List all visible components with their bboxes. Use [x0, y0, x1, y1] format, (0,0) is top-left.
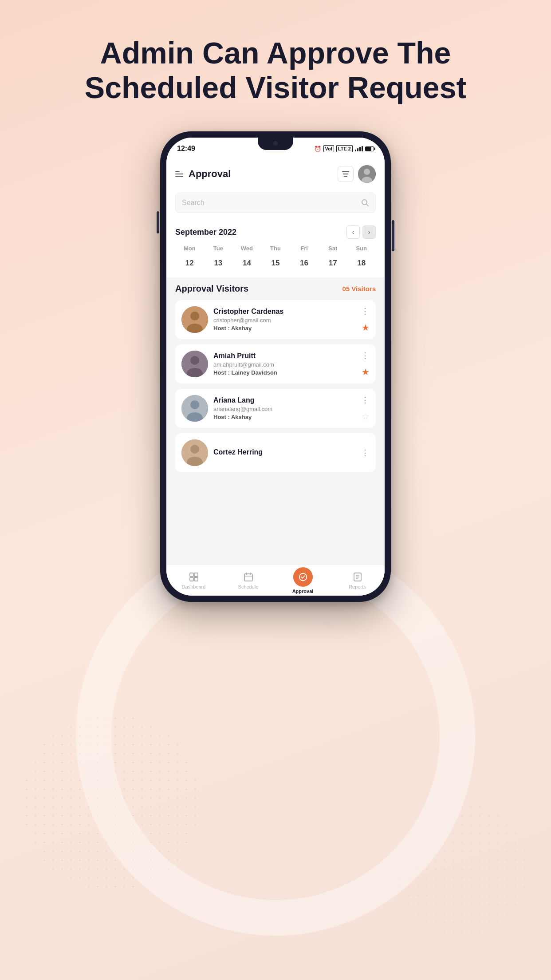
menu-line-2	[175, 174, 183, 174]
more-options-2[interactable]: ⋮	[361, 351, 370, 360]
reports-icon	[352, 572, 363, 582]
filter-button[interactable]	[338, 166, 354, 182]
visitors-section: Approval Visitors 05 Visitors	[166, 277, 385, 565]
signal-bars	[355, 146, 363, 151]
calendar-section: September 2022 ‹ › Mon Tue Wed Thu Fri S…	[166, 219, 385, 277]
power-button	[392, 220, 394, 251]
date-18[interactable]: 18	[347, 255, 376, 271]
date-12[interactable]: 12	[175, 255, 204, 271]
menu-icon[interactable]	[175, 171, 183, 177]
signal-bar-3	[359, 147, 361, 151]
svg-rect-22	[190, 577, 193, 581]
phone-mockup: 12:49 ⏰ Vol LTE 2	[160, 131, 391, 602]
star-2[interactable]: ★	[362, 367, 370, 377]
visitor-avatar-3	[181, 395, 208, 422]
calendar-next-button[interactable]: ›	[362, 225, 376, 239]
nav-item-reports[interactable]: Reports	[330, 572, 385, 589]
visitor-email-1: cristopher@gmail.com	[213, 317, 356, 324]
calendar-header: September 2022 ‹ ›	[175, 225, 376, 239]
visitor-email-3: arianalang@gmail.com	[213, 406, 356, 412]
date-15[interactable]: 15	[261, 255, 290, 271]
battery-fill	[366, 147, 371, 151]
visitor-avatar-2	[181, 351, 208, 377]
nav-item-schedule[interactable]: Schedule	[221, 572, 276, 589]
menu-line-3	[175, 176, 183, 177]
approval-active-wrap	[293, 567, 313, 587]
nav-label-dashboard: Dashboard	[182, 584, 206, 589]
visitor-avatar-4	[181, 439, 208, 466]
star-3[interactable]: ☆	[362, 411, 370, 422]
app-header: Approval	[166, 160, 385, 188]
svg-point-18	[190, 445, 199, 454]
visitor-info-4: Cortez Herring	[213, 448, 356, 458]
nav-label-schedule: Schedule	[238, 584, 259, 589]
svg-point-4	[364, 169, 370, 175]
visitor-actions-3: ⋮ ☆	[361, 395, 370, 422]
visitor-host-1: Host : Akshay	[213, 325, 356, 332]
visitor-card-4: Cortez Herring ⋮	[175, 433, 376, 472]
visitor-actions-4: ⋮	[361, 448, 370, 458]
more-options-4[interactable]: ⋮	[361, 448, 370, 458]
person-svg-2	[181, 351, 208, 377]
date-13[interactable]: 13	[204, 255, 233, 271]
visitor-avatar-1	[181, 306, 208, 333]
signal-bar-1	[355, 150, 356, 151]
star-1[interactable]: ★	[362, 322, 370, 333]
menu-line-1	[175, 171, 180, 172]
svg-rect-23	[194, 577, 198, 581]
phone-body: 12:49 ⏰ Vol LTE 2	[160, 131, 391, 602]
svg-point-15	[190, 400, 199, 409]
visitor-info-2: Amiah Pruitt amiahpruitt@gmail.com Host …	[213, 352, 356, 376]
calendar-prev-button[interactable]: ‹	[346, 225, 360, 239]
search-icon	[361, 199, 369, 207]
approval-icon	[298, 572, 308, 582]
visitor-host-3: Host : Akshay	[213, 414, 356, 420]
calendar-nav: ‹ ›	[346, 225, 376, 239]
weekdays-row: Mon Tue Wed Thu Fri Sat Sun	[175, 245, 376, 252]
date-16[interactable]: 16	[290, 255, 319, 271]
person-svg-1	[181, 306, 208, 333]
page-heading: Admin Can Approve The Scheduled Visitor …	[85, 36, 466, 105]
person-svg-4	[181, 439, 208, 466]
weekday-sun: Sun	[347, 245, 376, 252]
filter-icon	[342, 171, 350, 177]
camera	[273, 141, 278, 146]
svg-point-12	[190, 356, 199, 365]
svg-rect-24	[244, 574, 252, 581]
date-17[interactable]: 17	[319, 255, 347, 271]
search-container: Search	[166, 188, 385, 219]
nav-item-dashboard[interactable]: Dashboard	[166, 572, 221, 589]
lte-icon: LTE 2	[336, 145, 353, 152]
weekday-fri: Fri	[290, 245, 319, 252]
selected-date: 15	[261, 259, 290, 268]
visitors-title: Approval Visitors	[175, 284, 248, 294]
notch	[258, 138, 293, 150]
svg-point-9	[190, 312, 199, 320]
signal-bar-2	[357, 148, 358, 151]
user-avatar[interactable]	[358, 165, 376, 183]
visitor-email-2: amiahpruitt@gmail.com	[213, 361, 356, 368]
calendar-month: September 2022	[175, 228, 236, 237]
status-icons: ⏰ Vol LTE 2	[314, 145, 374, 152]
visitor-photo-1	[181, 306, 208, 333]
status-bar: 12:49 ⏰ Vol LTE 2	[166, 138, 385, 160]
svg-point-28	[299, 573, 307, 581]
weekday-sat: Sat	[319, 245, 347, 252]
date-14[interactable]: 14	[232, 255, 261, 271]
visitor-name-4: Cortez Herring	[213, 448, 356, 456]
search-box[interactable]: Search	[175, 193, 376, 213]
visitor-card-2: Amiah Pruitt amiahpruitt@gmail.com Host …	[175, 344, 376, 383]
visitor-host-2: Host : Lainey Davidson	[213, 369, 356, 376]
weekday-tue: Tue	[204, 245, 233, 252]
search-placeholder: Search	[182, 199, 357, 207]
nav-item-approval[interactable]: Approval	[276, 567, 330, 594]
visitor-name-1: Cristopher Cardenas	[213, 308, 356, 316]
dates-row: 12 13 14 15 16 17 18	[175, 255, 376, 271]
more-options-1[interactable]: ⋮	[361, 306, 370, 316]
bottom-nav: Dashboard Schedule	[166, 565, 385, 596]
person-svg-3	[181, 395, 208, 422]
visitors-count: 05 Visitors	[342, 285, 376, 292]
header-right	[338, 165, 376, 183]
more-options-3[interactable]: ⋮	[361, 395, 370, 405]
visitor-actions-2: ⋮ ★	[361, 351, 370, 377]
